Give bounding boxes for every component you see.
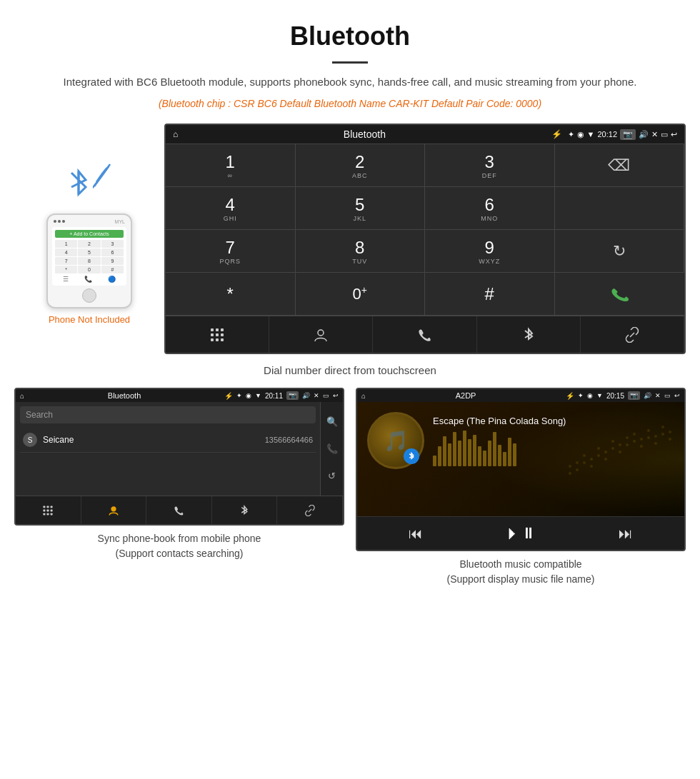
music-back-icon[interactable]: ↩ xyxy=(674,392,680,399)
contacts-bt-icon: ✦ xyxy=(236,392,242,399)
play-pause-button[interactable]: ⏵⏸ xyxy=(505,524,536,543)
eq-bar-11 xyxy=(483,451,486,466)
contacts-screen-title: Bluetooth xyxy=(28,391,221,400)
contacts-search-bar[interactable]: Search xyxy=(20,406,316,423)
home-icon[interactable]: ⌂ xyxy=(173,129,178,139)
subtitle-text: Integrated with BC6 Bluetooth module, su… xyxy=(0,74,700,91)
contact-number: 13566664466 xyxy=(265,436,313,444)
music-close-icon[interactable]: ✕ xyxy=(655,392,661,399)
svg-point-20 xyxy=(111,506,116,511)
contacts-volume-icon[interactable]: 🔊 xyxy=(302,392,310,399)
search-placeholder-text: Search xyxy=(26,410,53,420)
nav-bluetooth[interactable] xyxy=(477,316,581,353)
contacts-nav-dialpad[interactable] xyxy=(16,496,81,524)
music-camera-icon[interactable]: 📷 xyxy=(628,391,640,400)
close-icon[interactable]: ✕ xyxy=(651,130,658,139)
phone-illustration: MYL + Add to Contacts 123 456 789 *0# ☰ … xyxy=(14,124,164,354)
eq-bar-5 xyxy=(453,432,456,466)
svg-rect-2 xyxy=(216,328,219,331)
contacts-bottom-nav xyxy=(16,496,343,524)
svg-rect-11 xyxy=(44,506,46,508)
eq-bar-8 xyxy=(468,439,471,466)
window-icon[interactable]: ▭ xyxy=(661,130,668,139)
contacts-nav-call[interactable] xyxy=(146,496,212,524)
usb-icon: ⚡ xyxy=(551,129,562,139)
dialpad-key-8[interactable]: 8TUV xyxy=(296,230,426,273)
next-button[interactable]: ⏭ xyxy=(619,526,633,542)
music-content-area: // dots pattern xyxy=(357,402,684,516)
nav-dialpad[interactable] xyxy=(166,316,269,353)
music-home-icon[interactable]: ⌂ xyxy=(361,392,366,400)
phone-nav-icon xyxy=(173,505,184,516)
bottom-nav-bar xyxy=(166,316,684,353)
music-volume-icon[interactable]: 🔊 xyxy=(644,392,651,399)
dialpad-key-star[interactable]: * xyxy=(166,273,296,316)
bluetooth-icon xyxy=(64,164,93,203)
call-green-icon xyxy=(609,283,630,305)
contacts-home-icon[interactable]: ⌂ xyxy=(20,392,24,400)
call-side-icon[interactable]: 📞 xyxy=(326,443,338,454)
dialpad-key-6[interactable]: 6MNO xyxy=(425,187,555,230)
contacts-icon xyxy=(313,327,329,343)
dialpad-key-1[interactable]: 1∞ xyxy=(166,144,296,187)
dialpad-key-3[interactable]: 3DEF xyxy=(425,144,555,187)
eq-bar-4 xyxy=(448,443,451,466)
equalizer-bars xyxy=(433,431,674,466)
bluetooth-nav-icon xyxy=(522,326,535,343)
eq-bar-9 xyxy=(473,435,476,466)
svg-rect-19 xyxy=(51,513,53,515)
music-caption: Bluetooth music compatible(Support displ… xyxy=(356,557,686,587)
contacts-nav-user[interactable] xyxy=(81,496,147,524)
specs-line: (Bluetooth chip : CSR BC6 Default Blueto… xyxy=(0,98,700,109)
eq-bar-12 xyxy=(488,441,491,466)
search-side-icon[interactable]: 🔍 xyxy=(326,416,338,427)
svg-rect-1 xyxy=(211,328,214,331)
dialpad-cell-refresh[interactable]: ↻ xyxy=(555,230,685,273)
album-art: 🎵 xyxy=(367,412,424,469)
contacts-nav-bluetooth[interactable] xyxy=(212,496,278,524)
music-info-panel: Escape (The Pina Colada Song) xyxy=(433,416,674,466)
prev-button[interactable]: ⏮ xyxy=(409,526,423,542)
bluetooth-status-icon: ✦ xyxy=(568,130,574,139)
phone-mockup: MYL + Add to Contacts 123 456 789 *0# ☰ … xyxy=(46,213,132,308)
dialpad-key-4[interactable]: 4GHI xyxy=(166,187,296,230)
music-window-icon[interactable]: ▭ xyxy=(664,392,671,399)
contacts-camera-icon[interactable]: 📷 xyxy=(286,391,299,400)
dialpad-key-5[interactable]: 5JKL xyxy=(296,187,426,230)
dialpad-key-0[interactable]: 0+ xyxy=(296,273,426,316)
screen-title: Bluetooth xyxy=(184,129,545,140)
contacts-nav-link[interactable] xyxy=(277,496,343,524)
contacts-content-area: Search S Seicane 13566664466 xyxy=(16,402,343,496)
camera-icon[interactable]: 📷 xyxy=(620,129,636,140)
dialpad-key-9[interactable]: 9WXYZ xyxy=(425,230,555,273)
dialpad-cell-backspace[interactable]: ⌫ xyxy=(555,144,685,187)
dialpad-key-7[interactable]: 7PQRS xyxy=(166,230,296,273)
svg-rect-18 xyxy=(47,513,49,515)
dialpad-icon xyxy=(209,327,225,343)
volume-icon[interactable]: 🔊 xyxy=(639,130,649,139)
contacts-close-icon[interactable]: ✕ xyxy=(314,392,319,399)
back-icon[interactable]: ↩ xyxy=(671,130,677,139)
dialpad-key-call-green[interactable] xyxy=(555,273,685,316)
svg-rect-12 xyxy=(47,506,49,508)
contacts-main-area: Search S Seicane 13566664466 xyxy=(16,402,320,496)
svg-rect-8 xyxy=(216,338,219,341)
contacts-window-icon[interactable]: ▭ xyxy=(323,392,329,399)
contact-item-seicane[interactable]: S Seicane 13566664466 xyxy=(20,428,316,453)
eq-bar-7 xyxy=(463,431,466,466)
eq-bar-2 xyxy=(438,446,441,466)
music-bt-icon: ✦ xyxy=(578,392,584,399)
music-note-icon: 🎵 xyxy=(384,429,409,453)
main-content-section: MYL + Add to Contacts 123 456 789 *0# ☰ … xyxy=(0,124,700,354)
contacts-side-icons: 🔍 📞 ↺ xyxy=(320,402,343,496)
svg-rect-15 xyxy=(47,509,49,511)
nav-call[interactable] xyxy=(373,316,476,353)
dialpad-key-hash[interactable]: # xyxy=(425,273,555,316)
svg-rect-16 xyxy=(51,509,53,511)
refresh-side-icon[interactable]: ↺ xyxy=(328,471,336,481)
contacts-back-icon[interactable]: ↩ xyxy=(333,392,339,399)
nav-contacts[interactable] xyxy=(269,316,373,353)
dialpad-key-2[interactable]: 2ABC xyxy=(296,144,426,187)
nav-link[interactable] xyxy=(581,316,684,353)
contacts-empty-space xyxy=(16,453,320,496)
